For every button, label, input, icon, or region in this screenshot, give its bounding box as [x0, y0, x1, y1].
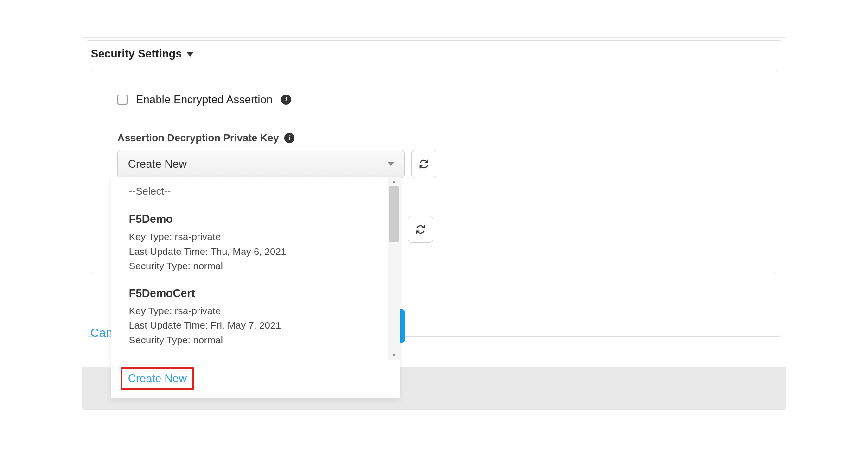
caret-down-icon	[186, 52, 194, 57]
refresh-button[interactable]	[408, 216, 433, 243]
option-security-type-value: normal	[193, 260, 223, 271]
option-key-type-label: Key Type:	[129, 305, 172, 316]
scroll-thumb[interactable]	[389, 186, 399, 242]
dropdown-footer: Create New	[111, 360, 400, 398]
option-key-type-value: rsa-private	[175, 305, 221, 316]
refresh-icon	[419, 159, 429, 169]
dropdown-placeholder-option[interactable]: --Select--	[111, 177, 400, 206]
dropdown-option-f5demo[interactable]: F5Demo Key Type: rsa-private Last Update…	[111, 206, 400, 280]
option-key-type-label: Key Type:	[129, 231, 172, 242]
option-key-type-value: rsa-private	[175, 231, 221, 242]
option-last-update-value: Thu, May 6, 2021	[211, 246, 286, 257]
section-title-text: Security Settings	[91, 47, 182, 60]
private-key-label-text: Assertion Decryption Private Key	[117, 132, 279, 144]
dropdown-scrollbar[interactable]: ▲ ▼	[388, 177, 400, 360]
option-name: F5Demo	[129, 213, 382, 226]
option-security-type-value: normal	[193, 335, 223, 345]
scroll-up-icon[interactable]: ▲	[388, 177, 400, 186]
refresh-icon	[415, 224, 426, 234]
chevron-down-icon	[388, 162, 394, 166]
create-new-link[interactable]: Create New	[121, 367, 194, 390]
option-security-type-label: Security Type:	[129, 260, 191, 271]
enable-encrypted-assertion-label: Enable Encrypted Assertion	[136, 93, 273, 106]
assertion-decryption-private-key-label: Assertion Decryption Private Key i	[117, 132, 751, 144]
cancel-button[interactable]: Can	[90, 326, 113, 340]
dropdown-placeholder-text: --Select--	[129, 185, 171, 197]
refresh-button[interactable]	[411, 150, 436, 178]
option-name: F5DemoCert	[129, 287, 382, 300]
private-key-dropdown: ▲ ▼ --Select-- F5Demo Key Type: rsa-priv…	[111, 177, 400, 398]
private-key-selected-value: Create New	[128, 158, 187, 171]
scroll-down-icon[interactable]: ▼	[388, 350, 400, 360]
info-icon[interactable]: i	[284, 133, 294, 143]
security-settings-header[interactable]: Security Settings	[91, 47, 777, 60]
dropdown-option-f5democert[interactable]: F5DemoCert Key Type: rsa-private Last Up…	[111, 280, 400, 354]
info-icon[interactable]: i	[281, 95, 291, 105]
option-last-update-label: Last Update Time:	[129, 246, 208, 257]
option-security-type-label: Security Type:	[129, 335, 191, 345]
dropdown-option-truncated[interactable]	[111, 354, 400, 360]
option-last-update-value: Fri, May 7, 2021	[211, 320, 281, 330]
private-key-select[interactable]: Create New	[117, 150, 405, 178]
enable-encrypted-assertion-checkbox[interactable]	[117, 95, 128, 105]
option-last-update-label: Last Update Time:	[129, 320, 208, 330]
